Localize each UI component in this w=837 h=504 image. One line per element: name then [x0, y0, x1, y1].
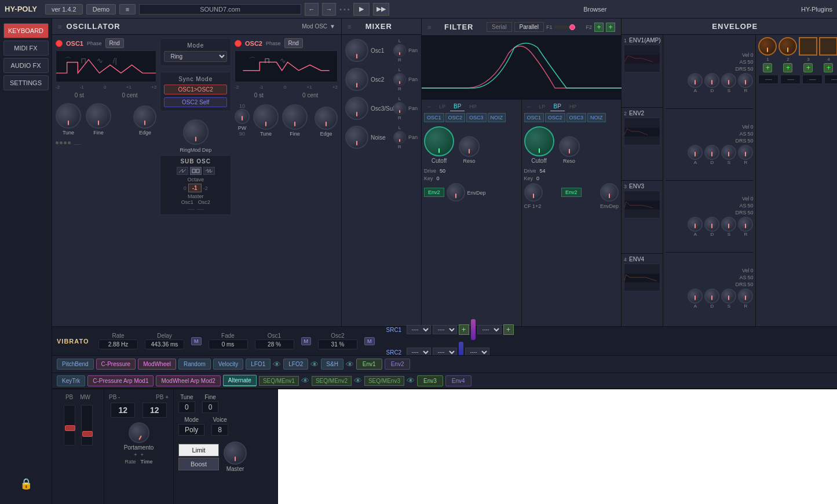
sync-btn2[interactable]: OSC2 Self [164, 97, 227, 107]
keytrk-btn[interactable]: KeyTrk [57, 375, 85, 386]
f2-cutoff-knob[interactable] [524, 126, 554, 156]
env3-s-knob[interactable] [721, 217, 736, 232]
vibrato-m-badge3[interactable]: M [364, 337, 375, 345]
cpressure-btn[interactable]: C-Pressure [96, 359, 136, 370]
f1-reso-knob[interactable] [459, 136, 480, 157]
env3-a-knob[interactable] [688, 217, 703, 232]
f1-envdep-knob[interactable] [447, 183, 465, 202]
mixer-osc3-level[interactable] [345, 97, 368, 120]
sub-wave2[interactable] [190, 167, 202, 175]
osc1-waveform[interactable]: ⌒ ⊓ ∿ /| [56, 50, 156, 82]
limit-btn[interactable]: Limit [178, 444, 219, 456]
master-slot-4[interactable] [819, 37, 837, 56]
mixer-noise-level[interactable] [345, 126, 368, 149]
src1-add-btn2[interactable]: + [503, 324, 514, 335]
serial-btn[interactable]: Serial [487, 22, 512, 32]
velocity-btn[interactable]: Velocity [213, 359, 243, 370]
f2-envdep-knob[interactable] [600, 183, 619, 202]
mod-osc-select[interactable]: Mod OSC ▼ [302, 23, 335, 30]
src1-select3[interactable]: ---- [477, 325, 502, 334]
env4-btn[interactable]: Env4 [445, 375, 472, 386]
master-add-1[interactable]: + [763, 63, 772, 72]
f2-type-hp[interactable]: HP [566, 103, 580, 111]
mixer-osc1-level[interactable] [345, 39, 368, 62]
cpressure2-btn[interactable]: C-Pressure Arp Mod1 [87, 375, 153, 386]
vibrato-osc1-value[interactable]: 28 % [255, 339, 294, 349]
f1-type-bp[interactable]: BP [450, 102, 465, 111]
sub-octave-value[interactable]: -1 [188, 184, 202, 192]
audio-icon2[interactable]: ▶▶ [373, 3, 389, 16]
env4-d-knob[interactable] [704, 288, 719, 304]
f2-src-osc2[interactable]: OSC2 [545, 113, 565, 122]
demo-btn[interactable]: Demo [86, 4, 116, 14]
env2-mod-btn[interactable]: Env2 [385, 359, 411, 370]
vibrato-m-badge2[interactable]: M [301, 337, 312, 345]
sidebar-item-midifx[interactable]: MIDI FX [3, 41, 49, 56]
osc1-fine-knob[interactable] [86, 103, 111, 129]
f2-type-none[interactable]: -- [524, 103, 535, 111]
filter-balance-slider[interactable] [554, 25, 583, 29]
env1-s-knob[interactable] [721, 73, 736, 88]
osc2-fine-knob[interactable] [282, 104, 308, 130]
f1-type-hp[interactable]: HP [466, 103, 480, 111]
f2-type-lp[interactable]: LP [536, 103, 549, 111]
src1-add-btn[interactable]: + [459, 324, 469, 335]
f2-reso-knob[interactable] [559, 136, 580, 157]
osc2-power-led[interactable] [235, 40, 242, 47]
f1-env2-btn[interactable]: Env2 [424, 188, 444, 197]
osc2-waveform[interactable]: ⌒ ⊓ ∿ [235, 50, 338, 82]
seqmenv2-btn[interactable]: SEQ/MEnv2 [312, 376, 352, 386]
sidebar-item-settings[interactable]: SETTINGS [3, 75, 49, 90]
f1-src-osc2[interactable]: OSC2 [445, 113, 466, 122]
vibrato-delay-value[interactable]: 443.36 ms [145, 339, 184, 349]
nav-back[interactable]: ← [305, 3, 319, 16]
sh-eye-btn[interactable]: 👁 [346, 360, 354, 369]
modwheel2-btn[interactable]: ModWheel Arp Mod2 [156, 375, 220, 386]
master-add-3[interactable]: + [803, 63, 813, 72]
nav-forward[interactable]: → [322, 3, 336, 16]
fine-value[interactable]: 0 [202, 401, 219, 413]
master-knob-2[interactable] [778, 37, 797, 56]
f2-src-noiz[interactable]: NOIZ [587, 113, 606, 122]
seqmenv1-eye-btn[interactable]: 👁 [301, 376, 309, 385]
master-add-4[interactable]: + [824, 63, 833, 72]
sh-btn[interactable]: S&H [321, 359, 343, 370]
f2-cf-knob[interactable] [524, 183, 543, 202]
f1-src-noiz[interactable]: NOIZ [488, 113, 506, 122]
env2-d-knob[interactable] [704, 145, 719, 160]
osc1-power-led[interactable] [56, 40, 63, 47]
env2-a-knob[interactable] [688, 145, 703, 160]
mode-value[interactable]: Poly [178, 424, 204, 436]
src1-select2[interactable]: ---- [433, 325, 457, 334]
sidebar-item-keyboard[interactable]: KEYBOARD [3, 23, 49, 38]
osc-menu-icon[interactable]: ≡ [58, 23, 61, 30]
vibrato-rate-value[interactable]: 2.88 Hz [98, 339, 138, 349]
parallel-btn[interactable]: Parallel [514, 22, 544, 32]
osc2-tune-knob[interactable] [253, 104, 279, 130]
audio-icon[interactable]: ▶ [353, 3, 370, 16]
pb-plus-val[interactable]: 12 [142, 403, 167, 418]
env1-r-knob[interactable] [738, 73, 753, 88]
src1-select1[interactable]: ---- [407, 325, 431, 334]
vibrato-osc2-value[interactable]: 31 % [318, 339, 357, 349]
filter-menu-icon[interactable]: ≡ [427, 24, 431, 31]
modwheel-btn[interactable]: ModWheel [138, 359, 176, 370]
sub-wave3[interactable] [203, 167, 215, 175]
filter-add-btn1[interactable]: + [594, 23, 604, 32]
seqmenv3-btn[interactable]: SEQ/MEnv3 [364, 376, 404, 386]
env3-r-knob[interactable] [738, 217, 753, 232]
mixer-osc2-pan[interactable] [393, 73, 406, 86]
env4-a-knob[interactable] [688, 288, 703, 304]
f2-env2-btn[interactable]: Env2 [561, 188, 582, 197]
env4-r-knob[interactable] [738, 288, 753, 304]
osc1-tune-knob[interactable] [56, 103, 81, 129]
master-add-2[interactable]: + [783, 63, 792, 72]
sync-btn1[interactable]: OSC1>OSC2 [164, 85, 227, 94]
menu-btn[interactable]: ≡ [119, 4, 136, 14]
env3-d-knob[interactable] [704, 217, 719, 232]
f1-cutoff-knob[interactable] [424, 126, 454, 156]
env2-r-knob[interactable] [738, 145, 753, 160]
osc1-edge-knob[interactable] [133, 105, 156, 129]
f1-type-none[interactable]: -- [424, 103, 434, 111]
seqmenv1-btn[interactable]: SEQ/MEnv1 [259, 376, 299, 386]
